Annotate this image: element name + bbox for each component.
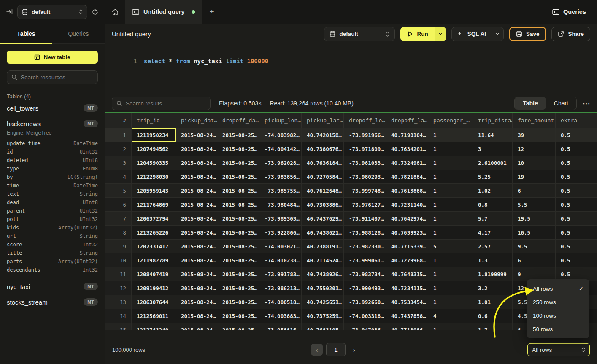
table-cell[interactable]: 1209199412 — [132, 281, 176, 295]
table-cell[interactable]: 40.7270584… — [302, 170, 344, 184]
sql-editor[interactable]: 1select * from nyc_taxi limit 100000 — [105, 44, 597, 95]
sql-ai-caret[interactable] — [492, 27, 503, 41]
table-cell[interactable]: 2015-08-25… — [217, 156, 259, 170]
table-cell[interactable]: 19.5 — [513, 212, 556, 226]
table-cell[interactable]: 2015-08-24… — [176, 156, 217, 170]
table-cell[interactable]: 2015-08-25… — [217, 170, 259, 184]
table-cell[interactable]: -73.992660… — [344, 295, 386, 309]
table-cell[interactable]: 40.7380676… — [302, 142, 344, 156]
table-cell[interactable]: 1 — [428, 267, 473, 281]
home-button[interactable] — [105, 0, 125, 24]
table-cell[interactable]: -73.980293… — [344, 170, 386, 184]
table-cell[interactable]: 1 — [428, 156, 473, 170]
tab-untitled-query[interactable]: Untitled query — [125, 0, 202, 24]
table-cell[interactable]: -73.982330… — [344, 240, 386, 253]
table-cell[interactable]: 40.7279968… — [386, 253, 428, 267]
next-page-button[interactable]: › — [349, 346, 359, 353]
table-cell[interactable]: -73.983734… — [344, 267, 386, 281]
table-cell[interactable]: 0.5 — [556, 253, 597, 267]
table-cell[interactable]: -73.958816… — [259, 323, 302, 330]
table-cell[interactable]: 1212569011 — [132, 309, 176, 323]
table-cell[interactable]: -74.000518… — [259, 295, 302, 309]
table-cell[interactable]: 2015-08-24… — [176, 281, 217, 295]
table-cell[interactable]: 2015-08-24… — [176, 253, 217, 267]
table-cell[interactable]: 40.7648315… — [386, 267, 428, 281]
sidebar-table-item-nyc_taxi[interactable]: nyc_taxiMT — [7, 279, 98, 294]
table-cell[interactable]: 1206307644 — [132, 295, 176, 309]
menu-item-100-rows[interactable]: 100 rows — [527, 309, 589, 322]
table-row[interactable]: 212074945622015-08-24…2015-08-25…-74.004… — [105, 142, 597, 156]
table-cell[interactable]: -74.004142… — [259, 142, 302, 156]
table-cell[interactable]: 2015-08-25… — [217, 323, 259, 330]
table-cell[interactable]: 2015-08-25… — [217, 281, 259, 295]
view-toggle-chart[interactable]: Chart — [546, 97, 576, 110]
column-header-passenger_[interactable]: passenger_… — [428, 113, 473, 128]
table-cell[interactable]: 1 — [428, 281, 473, 295]
table-row[interactable]: 512059591432015-08-24…2015-08-25…-73.985… — [105, 184, 597, 198]
new-table-button[interactable]: New table — [7, 51, 98, 64]
table-cell[interactable]: 1 — [428, 198, 473, 212]
table-row[interactable]: 312045903352015-08-24…2015-08-25…-73.962… — [105, 156, 597, 170]
table-row[interactable]: 1212091994122015-08-24…2015-08-25…-73.98… — [105, 281, 597, 295]
table-cell[interactable]: 2.57 — [473, 240, 513, 253]
table-cell[interactable]: 1207331417 — [132, 240, 176, 253]
table-cell[interactable]: 40.7533454… — [386, 295, 428, 309]
table-cell[interactable]: 0.6 — [473, 309, 513, 323]
run-options-caret[interactable] — [435, 27, 446, 41]
table-cell[interactable]: 40.7425651… — [302, 295, 344, 309]
column-header-trip_dista[interactable]: trip_dista… — [473, 113, 513, 128]
table-cell[interactable]: 2015-08-25… — [217, 198, 259, 212]
table-cell[interactable]: 40.7438926… — [302, 267, 344, 281]
table-cell[interactable]: 2015-08-24… — [176, 323, 217, 330]
collapse-sidebar-icon[interactable] — [6, 8, 13, 15]
table-cell[interactable]: 2015-08-24… — [176, 212, 217, 226]
table-cell[interactable]: 5.7 — [473, 212, 513, 226]
table-cell[interactable]: -73.922866… — [259, 226, 302, 240]
table-cell[interactable]: 40.7639923… — [386, 226, 428, 240]
table-cell[interactable]: 0.5 — [556, 142, 597, 156]
share-button[interactable]: Share — [551, 27, 590, 41]
table-cell[interactable]: 2015-08-24… — [176, 309, 217, 323]
table-cell[interactable]: 40.7388191… — [302, 240, 344, 253]
column-header-pickup_lat[interactable]: pickup_lat… — [302, 113, 344, 128]
table-cell[interactable]: 1.7 — [473, 323, 513, 330]
table-cell[interactable]: 1205959143 — [132, 184, 176, 198]
table-cell[interactable]: 1212743240 — [132, 323, 176, 330]
menu-item-50-rows[interactable]: 50 rows — [527, 322, 589, 336]
sidebar-table-item-cell_towers[interactable]: cell_towersMT — [7, 101, 98, 115]
table-cell[interactable]: 2015-08-25… — [217, 253, 259, 267]
table-cell[interactable]: 2015-08-24… — [176, 240, 217, 253]
table-cell[interactable]: -73.911407… — [344, 212, 386, 226]
table-cell[interactable]: 40.7114524… — [302, 253, 344, 267]
table-cell[interactable]: 1204590335 — [132, 156, 176, 170]
table-cell[interactable]: 3 — [473, 142, 513, 156]
table-cell[interactable]: 40.7231140… — [386, 198, 428, 212]
table-cell[interactable]: 40.7438621… — [302, 226, 344, 240]
table-cell[interactable]: 0.8 — [473, 198, 513, 212]
table-cell[interactable]: 5.25 — [473, 170, 513, 184]
table-cell[interactable]: 16.5 — [513, 226, 556, 240]
table-cell[interactable]: 40.7437629… — [302, 212, 344, 226]
table-cell[interactable]: 0.5 — [556, 226, 597, 240]
table-cell[interactable]: 40.7642974… — [386, 212, 428, 226]
table-cell[interactable]: 40.7715339… — [386, 240, 428, 253]
table-cell[interactable]: 1212298030 — [132, 170, 176, 184]
prev-page-button[interactable]: ‹ — [311, 344, 323, 356]
table-cell[interactable]: 1 — [428, 226, 473, 240]
table-cell[interactable]: 1207494562 — [132, 142, 176, 156]
menu-item-all-rows[interactable]: All rows✓ — [527, 282, 589, 295]
table-cell[interactable]: 1211982789 — [132, 253, 176, 267]
table-cell[interactable]: 1 — [428, 170, 473, 184]
view-toggle-table[interactable]: Table — [515, 97, 546, 110]
table-cell[interactable]: 1 — [428, 323, 473, 330]
save-button[interactable]: Save — [509, 27, 546, 41]
table-cell[interactable]: 3.2 — [473, 281, 513, 295]
table-cell[interactable]: 0.5 — [556, 240, 597, 253]
table-row[interactable]: 712063727942015-08-24…2015-08-25…-73.989… — [105, 212, 597, 226]
queries-button[interactable]: Queries — [541, 0, 597, 24]
sidebar-table-item-hackernews[interactable]: hackernewsMT — [7, 116, 98, 131]
table-row[interactable]: 612117648692015-08-24…2015-08-25…-73.980… — [105, 198, 597, 212]
table-cell[interactable]: 1 — [428, 253, 473, 267]
table-cell[interactable]: 40.7420158… — [302, 128, 344, 142]
table-cell[interactable]: -73.991783… — [259, 267, 302, 281]
